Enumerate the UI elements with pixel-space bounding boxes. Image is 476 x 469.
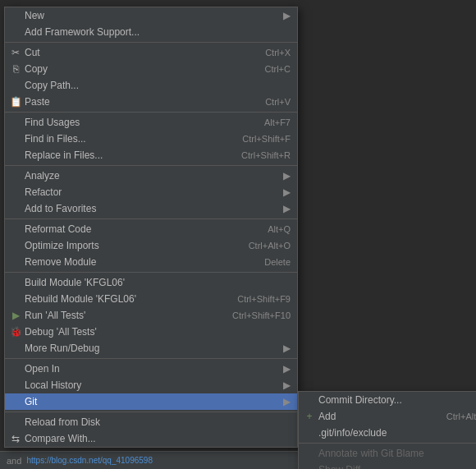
menu-item-add-framework[interactable]: Add Framework Support... bbox=[5, 24, 297, 40]
git-menu-item-git-info-exclude[interactable]: .git/info/exclude bbox=[299, 425, 476, 441]
menu-item-copy[interactable]: ⎘CopyCtrl+C bbox=[5, 61, 297, 77]
menu-item-local-history[interactable]: Local History▶ bbox=[5, 377, 297, 393]
run-icon: ▶ bbox=[9, 309, 22, 322]
menu-shortcut-paste: Ctrl+V bbox=[265, 97, 291, 107]
git-menu-item-add[interactable]: +AddCtrl+Alt+A bbox=[299, 408, 476, 425]
menu-label-copy-path: Copy Path... bbox=[25, 80, 291, 91]
submenu-arrow-more-run-debug: ▶ bbox=[283, 343, 291, 354]
menu-label-run-all-tests: Run 'All Tests' bbox=[25, 310, 208, 321]
menu-shortcut-remove-module: Delete bbox=[264, 257, 291, 267]
submenu-arrow-analyze: ▶ bbox=[283, 170, 291, 182]
menu-label-reload-from-disk: Reload from Disk bbox=[25, 416, 291, 428]
menu-label-git: Git bbox=[25, 396, 277, 407]
menu-label-reformat-code: Reformat Code bbox=[25, 223, 243, 235]
menu-item-add-to-favorites[interactable]: Add to Favorites▶ bbox=[5, 200, 297, 217]
menu-shortcut-rebuild-module: Ctrl+Shift+F9 bbox=[237, 294, 291, 304]
menu-item-copy-path[interactable]: Copy Path... bbox=[5, 77, 297, 94]
menu-shortcut-find-usages: Alt+F7 bbox=[264, 117, 291, 127]
menu-label-open-in: Open In bbox=[25, 363, 277, 375]
git-submenu-separator bbox=[299, 443, 476, 444]
menu-item-refactor[interactable]: Refactor▶ bbox=[5, 184, 297, 200]
git-menu-item-commit-dir[interactable]: Commit Directory... bbox=[299, 392, 476, 408]
menu-separator bbox=[5, 358, 297, 359]
menu-item-open-in[interactable]: Open In▶ bbox=[5, 361, 297, 377]
paste-icon: 📋 bbox=[9, 95, 22, 108]
menu-item-git[interactable]: Git▶ bbox=[5, 393, 297, 410]
menu-label-add-to-favorites: Add to Favorites bbox=[25, 203, 277, 214]
menu-label-cut: Cut bbox=[25, 47, 240, 58]
git-menu-label-show-diff: Show Diff bbox=[318, 464, 476, 469]
menu-item-rebuild-module[interactable]: Rebuild Module 'KFGL06'Ctrl+Shift+F9 bbox=[5, 291, 297, 307]
menu-separator bbox=[5, 112, 297, 113]
menu-shortcut-find-in-files: Ctrl+Shift+F bbox=[242, 134, 291, 144]
menu-item-run-all-tests[interactable]: ▶Run 'All Tests'Ctrl+Shift+F10 bbox=[5, 307, 297, 324]
menu-separator bbox=[5, 165, 297, 166]
menu-label-new: New bbox=[25, 10, 277, 21]
menu-label-refactor: Refactor bbox=[25, 186, 277, 198]
menu-label-local-history: Local History bbox=[25, 379, 277, 391]
copy-icon: ⎘ bbox=[9, 62, 22, 76]
menu-item-build-module[interactable]: Build Module 'KFGL06' bbox=[5, 274, 297, 291]
submenu-arrow-open-in: ▶ bbox=[283, 363, 291, 375]
menu-item-compare-with[interactable]: ⇆Compare With... bbox=[5, 430, 297, 447]
menu-label-copy: Copy bbox=[25, 63, 240, 75]
menu-label-build-module: Build Module 'KFGL06' bbox=[25, 277, 291, 288]
menu-shortcut-run-all-tests: Ctrl+Shift+F10 bbox=[232, 310, 291, 320]
context-menu: New▶Add Framework Support...✂CutCtrl+X⎘C… bbox=[4, 7, 298, 448]
menu-separator bbox=[5, 412, 297, 412]
menu-item-analyze[interactable]: Analyze▶ bbox=[5, 168, 297, 184]
menu-label-compare-with: Compare With... bbox=[25, 433, 291, 444]
menu-item-reformat-code[interactable]: Reformat CodeAlt+Q bbox=[5, 221, 297, 237]
status-text: and bbox=[7, 456, 21, 466]
menu-shortcut-copy: Ctrl+C bbox=[265, 64, 291, 74]
menu-label-replace-in-files: Replace in Files... bbox=[25, 149, 217, 161]
menu-item-debug-all-tests[interactable]: 🐞Debug 'All Tests' bbox=[5, 324, 297, 340]
menu-separator bbox=[5, 272, 297, 273]
git-menu-label-commit-dir: Commit Directory... bbox=[318, 394, 476, 406]
menu-item-find-in-files[interactable]: Find in Files...Ctrl+Shift+F bbox=[5, 131, 297, 147]
git-menu-shortcut-add: Ctrl+Alt+A bbox=[446, 412, 476, 421]
menu-label-more-run-debug: More Run/Debug bbox=[25, 343, 277, 354]
menu-label-paste: Paste bbox=[25, 96, 240, 108]
compare-icon: ⇆ bbox=[9, 432, 22, 445]
debug-icon: 🐞 bbox=[9, 325, 22, 338]
submenu-arrow-refactor: ▶ bbox=[283, 186, 291, 198]
menu-label-debug-all-tests: Debug 'All Tests' bbox=[25, 326, 291, 338]
menu-item-reload-from-disk[interactable]: Reload from Disk bbox=[5, 414, 297, 430]
menu-label-remove-module: Remove Module bbox=[25, 256, 240, 268]
menu-label-add-framework: Add Framework Support... bbox=[25, 26, 291, 38]
menu-item-new[interactable]: New▶ bbox=[5, 7, 297, 24]
menu-separator bbox=[5, 218, 297, 219]
submenu-arrow-local-history: ▶ bbox=[283, 379, 291, 391]
menu-shortcut-replace-in-files: Ctrl+Shift+R bbox=[241, 150, 291, 160]
git-menu-item-annotate: Annotate with Git Blame bbox=[299, 445, 476, 462]
menu-item-replace-in-files[interactable]: Replace in Files...Ctrl+Shift+R bbox=[5, 147, 297, 163]
menu-label-find-usages: Find Usages bbox=[25, 117, 240, 128]
menu-item-more-run-debug[interactable]: More Run/Debug▶ bbox=[5, 340, 297, 356]
menu-shortcut-cut: Ctrl+X bbox=[265, 48, 291, 57]
watermark-url: https://blog.csdn.net/qq_41096598 bbox=[26, 456, 152, 465]
submenu-arrow-add-to-favorites: ▶ bbox=[283, 203, 291, 214]
menu-shortcut-optimize-imports: Ctrl+Alt+O bbox=[249, 241, 291, 251]
menu-shortcut-reformat-code: Alt+Q bbox=[268, 224, 291, 234]
menu-label-optimize-imports: Optimize Imports bbox=[25, 240, 224, 251]
menu-label-analyze: Analyze bbox=[25, 170, 277, 182]
menu-item-find-usages[interactable]: Find UsagesAlt+F7 bbox=[5, 114, 297, 131]
submenu-arrow-new: ▶ bbox=[283, 10, 291, 21]
menu-item-optimize-imports[interactable]: Optimize ImportsCtrl+Alt+O bbox=[5, 237, 297, 254]
git-menu-label-git-info-exclude: .git/info/exclude bbox=[318, 427, 476, 439]
menu-label-rebuild-module: Rebuild Module 'KFGL06' bbox=[25, 293, 213, 305]
add-icon: + bbox=[303, 410, 316, 423]
submenu-arrow-git: ▶ bbox=[283, 396, 291, 407]
menu-item-paste[interactable]: 📋PasteCtrl+V bbox=[5, 94, 297, 110]
menu-item-cut[interactable]: ✂CutCtrl+X bbox=[5, 44, 297, 61]
git-menu-label-annotate: Annotate with Git Blame bbox=[318, 448, 476, 459]
git-menu-label-add: Add bbox=[318, 411, 430, 422]
menu-label-find-in-files: Find in Files... bbox=[25, 133, 217, 145]
git-submenu: Commit Directory...+AddCtrl+Alt+A.git/in… bbox=[298, 391, 476, 469]
git-menu-item-show-diff: Show Diff bbox=[299, 462, 476, 469]
menu-separator bbox=[5, 42, 297, 43]
menu-item-remove-module[interactable]: Remove ModuleDelete bbox=[5, 254, 297, 270]
cut-icon: ✂ bbox=[9, 46, 22, 59]
